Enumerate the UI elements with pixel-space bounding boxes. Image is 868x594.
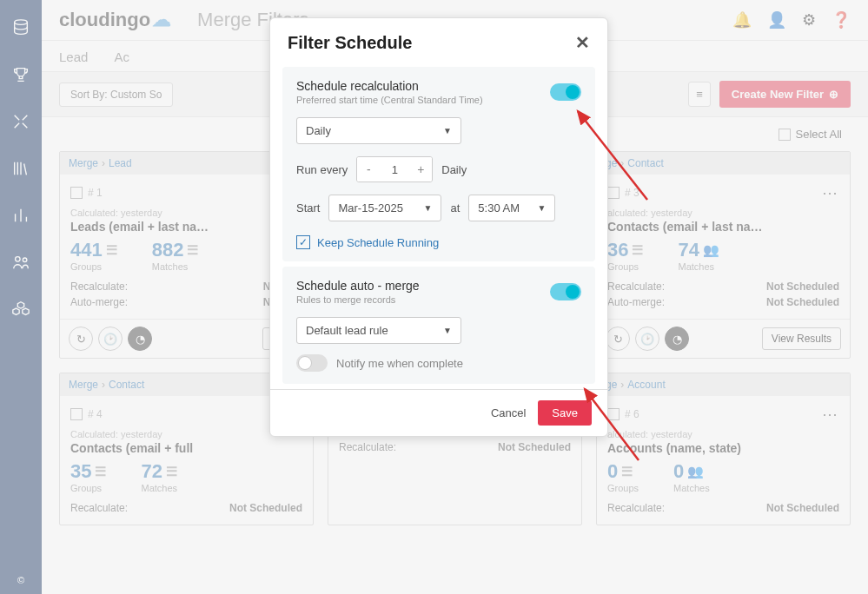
start-date-select[interactable]: Mar-15-2025▼ [328,195,441,221]
merge-rule-select[interactable]: Default lead rule▼ [296,317,461,344]
modal-title: Filter Schedule [288,33,412,53]
plus-button[interactable]: + [409,157,432,182]
frequency-select[interactable]: Daily▼ [296,117,461,144]
keep-running-checkbox[interactable]: ✓Keep Schedule Running [296,235,581,249]
recalc-title: Schedule recalculation [296,79,483,93]
notify-toggle[interactable] [296,354,328,372]
filter-schedule-modal: Filter Schedule ✕ Schedule recalculation… [269,17,608,437]
chevron-down-icon: ▼ [443,126,452,135]
save-button[interactable]: Save [538,400,592,426]
start-time-select[interactable]: 5:30 AM▼ [468,195,555,221]
run-every-stepper[interactable]: - 1 + [356,156,433,182]
minus-button[interactable]: - [357,157,380,182]
automerge-toggle[interactable] [550,283,581,300]
schedule-recalc-section: Schedule recalculation Preferred start t… [282,67,595,261]
close-icon[interactable]: ✕ [575,32,590,53]
recalc-toggle[interactable] [550,83,581,101]
auto-merge-section: Schedule auto - merge Rules to merge rec… [282,267,595,384]
cancel-button[interactable]: Cancel [491,406,526,419]
